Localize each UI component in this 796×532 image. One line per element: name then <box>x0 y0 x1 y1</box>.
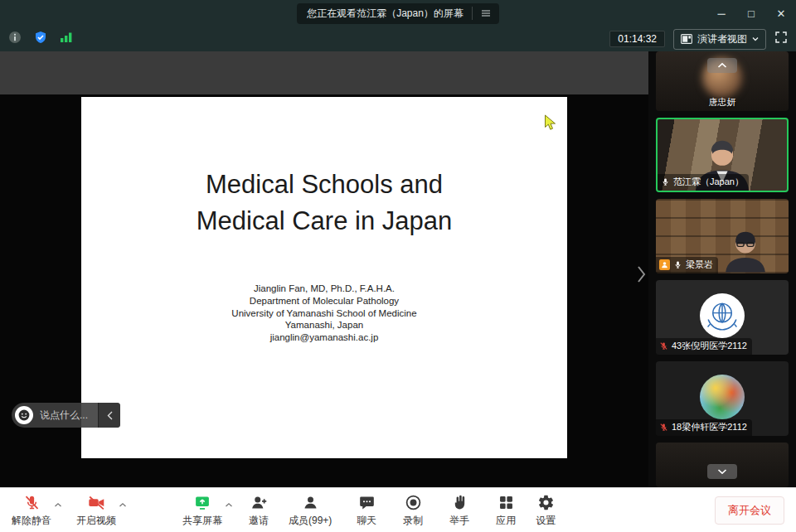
invite-icon <box>250 493 268 511</box>
participant-label: 范江霖（Japan） <box>658 174 749 191</box>
participant-label: 梁景岩 <box>656 257 718 273</box>
emoji-icon[interactable] <box>15 406 33 424</box>
share-screen-button[interactable]: 共享屏幕 <box>176 488 229 532</box>
participant-label: 43张倪明医学2112 <box>656 338 752 355</box>
slide-author-line: Jianglin Fan, MD, Ph.D., F.A.H.A. <box>81 283 567 295</box>
participant-name: 43张倪明医学2112 <box>672 340 747 352</box>
share-screen-icon <box>193 493 211 511</box>
slide-author-block: Jianglin Fan, MD, Ph.D., F.A.H.A. Depart… <box>81 283 567 344</box>
mic-muted-icon <box>659 423 668 432</box>
settings-label: 设置 <box>536 514 556 528</box>
fullscreen-icon[interactable] <box>774 31 788 47</box>
mic-muted-icon <box>659 341 668 351</box>
unmute-label: 解除静音 <box>12 514 51 528</box>
raise-hand-button[interactable]: 举手 <box>443 488 476 532</box>
invite-label: 邀请 <box>249 514 269 528</box>
speaker-view-button[interactable]: 演讲者视图 <box>673 29 766 50</box>
bottom-toolbar: 解除静音 开启视频 共享屏幕 <box>0 487 796 532</box>
participant-name: 范江霖（Japan） <box>673 176 744 188</box>
mic-options-caret-icon[interactable] <box>54 499 62 510</box>
participant-tile[interactable]: 43张倪明医学2112 <box>656 280 789 355</box>
sidebar-collapse-chevron-icon[interactable] <box>636 265 647 287</box>
members-icon <box>302 493 319 511</box>
mic-on-icon <box>661 177 670 186</box>
mic-muted-icon <box>23 493 41 511</box>
start-video-button[interactable]: 开启视频 <box>70 488 123 532</box>
leave-meeting-button[interactable]: 离开会议 <box>715 496 784 525</box>
close-button[interactable]: ✕ <box>766 0 796 27</box>
chat-input-pill[interactable]: 说点什么... <box>12 403 120 428</box>
raise-hand-label: 举手 <box>449 514 469 528</box>
record-icon <box>405 493 422 511</box>
maximize-button[interactable]: □ <box>736 0 766 27</box>
participant-tile[interactable]: 范江霖（Japan） <box>656 118 789 192</box>
chat-button[interactable]: 聊天 <box>350 488 383 532</box>
screen-watch-pill[interactable]: 您正在观看范江霖（Japan）的屏幕 <box>297 3 499 24</box>
chevron-up-icon <box>717 62 727 69</box>
members-label: 成员(99+) <box>289 514 332 528</box>
meeting-status-icons <box>8 31 73 47</box>
security-shield-icon[interactable] <box>34 31 47 47</box>
participant-tile[interactable] <box>656 443 789 487</box>
caret-down-icon <box>752 36 759 41</box>
meeting-window: 您正在观看范江霖（Japan）的屏幕 ─ □ ✕ 01:14:32 <box>0 0 796 532</box>
video-options-caret-icon[interactable] <box>119 499 127 510</box>
participant-tile[interactable]: 梁景岩 <box>656 199 789 273</box>
participant-video <box>707 225 784 273</box>
avatar <box>700 375 745 419</box>
participant-name: 唐忠妍 <box>656 96 789 109</box>
title-bar: 您正在观看范江霖（Japan）的屏幕 ─ □ ✕ <box>0 0 796 27</box>
scroll-down-button[interactable] <box>707 464 737 479</box>
avatar <box>700 293 745 338</box>
network-stats-icon[interactable] <box>60 31 73 46</box>
participant-name: 梁景岩 <box>686 259 713 271</box>
slide-author-line: Department of Molecular Pathology <box>81 295 567 307</box>
members-button[interactable]: 成员(99+) <box>282 488 338 532</box>
minimize-button[interactable]: ─ <box>706 0 736 27</box>
mic-on-icon <box>673 260 682 269</box>
info-icon[interactable] <box>8 31 22 47</box>
participant-label: 18梁仲轩医学2112 <box>656 419 752 436</box>
screen-watch-label: 您正在观看范江霖（Japan）的屏幕 <box>307 7 464 21</box>
slide-author-line: University of Yamanashi School of Medici… <box>81 307 567 320</box>
chat-icon <box>358 493 376 511</box>
slide-author-line: Yamanashi, Japan <box>81 319 567 331</box>
participant-tile[interactable]: 18梁仲轩医学2112 <box>656 361 789 436</box>
unmute-button[interactable]: 解除静音 <box>5 488 58 532</box>
chat-label: 聊天 <box>357 514 376 528</box>
layout-icon <box>681 34 692 44</box>
mouse-cursor-icon <box>544 114 558 135</box>
slide-title-line2: Medical Care in Japan <box>81 203 567 239</box>
shared-desktop-band <box>0 51 648 94</box>
gear-icon <box>537 493 555 511</box>
slide-title: Medical Schools and Medical Care in Japa… <box>81 167 567 239</box>
who-emblem-icon <box>700 293 745 338</box>
scroll-up-button[interactable] <box>707 58 737 73</box>
record-label: 录制 <box>403 514 423 528</box>
speaker-view-label: 演讲者视图 <box>697 32 747 46</box>
invite-button[interactable]: 邀请 <box>242 488 275 532</box>
window-controls: ─ □ ✕ <box>706 0 796 27</box>
menu-icon[interactable] <box>472 7 499 20</box>
shared-screen-area: Medical Schools and Medical Care in Japa… <box>0 51 648 487</box>
share-screen-label: 共享屏幕 <box>182 514 222 528</box>
slide-title-line1: Medical Schools and <box>81 167 567 203</box>
camera-off-icon <box>87 493 106 511</box>
apps-button[interactable]: 应用 <box>489 488 522 532</box>
start-video-label: 开启视频 <box>76 514 116 528</box>
info-bar: 01:14:32 演讲者视图 <box>0 27 796 51</box>
participant-tile[interactable]: 唐忠妍 <box>656 51 789 111</box>
participants-sidebar: 唐忠妍 范江霖（Japan） <box>648 51 796 487</box>
settings-button[interactable]: 设置 <box>529 488 562 532</box>
chat-collapse-chevron-icon[interactable] <box>98 403 120 428</box>
chevron-down-icon <box>717 468 727 475</box>
record-button[interactable]: 录制 <box>396 488 430 532</box>
apps-label: 应用 <box>496 514 516 528</box>
meeting-timer: 01:14:32 <box>609 31 665 47</box>
share-options-caret-icon[interactable] <box>225 499 233 510</box>
slide-author-line: jianglin@yamanashi.ac.jp <box>81 331 567 344</box>
apps-grid-icon <box>498 493 515 511</box>
participant-name: 18梁仲轩医学2112 <box>672 421 747 433</box>
presentation-slide: Medical Schools and Medical Care in Japa… <box>81 97 567 458</box>
chat-placeholder[interactable]: 说点什么... <box>33 409 98 423</box>
